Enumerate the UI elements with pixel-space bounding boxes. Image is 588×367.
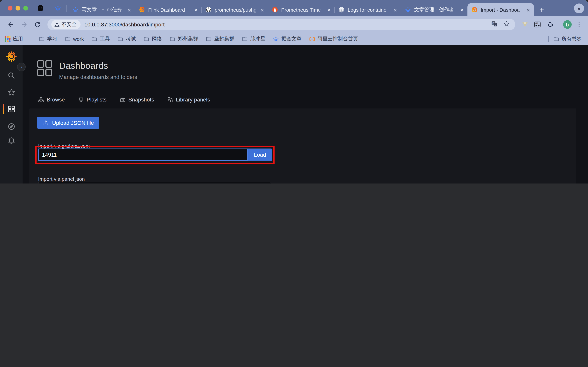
expand-sidebar-button[interactable]: ›	[17, 63, 26, 71]
upload-json-label: Upload JSON file	[52, 120, 94, 126]
bookmark-label: 学习	[47, 35, 57, 42]
address-bar[interactable]: 不安全 10.0.0.87:3000/dashboard/import G文	[47, 19, 515, 30]
minimize-window-button[interactable]	[16, 6, 20, 10]
bookmark-item[interactable]: 圣超集群	[206, 35, 234, 42]
folder-icon	[553, 36, 559, 42]
dashboards-page-icon	[37, 60, 52, 78]
browser-tab[interactable]: 文章管理 - 创作者 ×	[401, 3, 467, 16]
grafana-tabs: Browse Playlists Snapshots Library panel…	[38, 95, 210, 104]
pip-extension-icon[interactable]: PiP	[532, 19, 543, 30]
tab-title: 文章管理 - 创作者	[414, 6, 457, 13]
juejin-icon	[72, 7, 79, 13]
translate-icon[interactable]: G文	[491, 20, 498, 29]
tab-close-icon[interactable]: ×	[259, 7, 266, 13]
tab-close-icon[interactable]: ×	[392, 7, 399, 13]
globe-icon	[338, 7, 344, 13]
browser-tab[interactable]: prometheus/pushg ×	[202, 3, 268, 16]
starred-icon[interactable]	[0, 86, 23, 98]
tab-label: Snapshots	[128, 96, 154, 103]
tab-title: Import - Dashboa	[481, 7, 523, 13]
bookmark-item[interactable]: 郑州集群	[170, 35, 198, 42]
url-text[interactable]: 10.0.0.87:3000/dashboard/import	[84, 21, 491, 28]
bookmark-item[interactable]: 阿里云控制台首页	[309, 35, 358, 42]
bookmark-item[interactable]: 考试	[118, 35, 136, 42]
tab-browse[interactable]: Browse	[38, 96, 65, 103]
new-tab-button[interactable]: +	[536, 4, 547, 15]
folder-icon	[206, 36, 212, 42]
bookmark-item[interactable]: 脉冲星	[242, 35, 265, 42]
bot-pill-icon[interactable]	[37, 4, 44, 12]
all-bookmarks-button[interactable]: 所有书签	[553, 35, 582, 42]
bookmark-item[interactable]: 工具	[92, 35, 110, 42]
bookmark-item[interactable]: 掘金文章	[273, 35, 302, 42]
browser-tab-active[interactable]: Import - Dashboa ×	[467, 3, 534, 16]
tab-snapshots[interactable]: Snapshots	[120, 96, 154, 103]
browser-window: 写文章 - Flink任务 × Flink Dashboard | × prom…	[0, 0, 588, 184]
browser-tab[interactable]: Flink Dashboard | ×	[135, 3, 202, 16]
svg-text:PiP: PiP	[536, 23, 538, 24]
upload-icon	[43, 120, 49, 126]
tab-title: prometheus/pushg	[215, 7, 257, 13]
browser-tab[interactable]: Logs for containe ×	[335, 3, 401, 16]
grafana-main: Dashboards Manage dashboards and folders…	[23, 45, 588, 184]
explore-compass-icon[interactable]	[0, 121, 23, 132]
panel-json-textarea[interactable]	[38, 182, 271, 184]
tab-search-button[interactable]: v	[574, 3, 584, 13]
folder-icon	[118, 36, 124, 42]
upload-json-button[interactable]: Upload JSON file	[37, 117, 99, 129]
camera-icon	[120, 97, 126, 102]
forward-button[interactable]	[19, 19, 30, 30]
bookmark-label: 考试	[126, 35, 136, 42]
tab-title: Flink Dashboard |	[148, 7, 191, 13]
back-button[interactable]	[5, 19, 16, 30]
grafana-logo[interactable]	[0, 50, 23, 63]
window-controls	[0, 0, 34, 16]
zoom-window-button[interactable]	[23, 6, 28, 10]
security-chip[interactable]: 不安全	[51, 20, 81, 29]
grafana-icon	[139, 7, 145, 13]
bookmark-item[interactable]: 应用	[5, 35, 23, 42]
reload-button[interactable]	[32, 19, 43, 30]
tab-close-icon[interactable]: ×	[525, 7, 532, 13]
bookmark-item[interactable]: 学习	[31, 35, 57, 42]
profile-avatar[interactable]: b	[563, 20, 572, 29]
gcom-load-button[interactable]: Load	[248, 149, 272, 161]
close-window-button[interactable]	[8, 6, 12, 10]
tab-close-icon[interactable]: ×	[193, 7, 199, 13]
tab-close-icon[interactable]: ×	[326, 7, 332, 13]
tab-library-panels[interactable]: Library panels	[167, 96, 210, 103]
folder-icon	[65, 36, 71, 42]
grafana-icon	[471, 7, 478, 13]
folder-icon	[170, 36, 176, 42]
tab-close-icon[interactable]: ×	[126, 7, 133, 13]
search-icon[interactable]	[0, 70, 23, 81]
bookmark-item[interactable]: work	[65, 36, 84, 42]
juejin-icon[interactable]	[54, 4, 62, 12]
extensions-puzzle-icon[interactable]	[545, 19, 555, 30]
toolbar-separator	[559, 21, 559, 28]
page-subtitle: Manage dashboards and folders	[59, 74, 137, 80]
juejin-icon	[405, 7, 411, 13]
pinned-tabs	[34, 0, 68, 16]
bookmark-label: 掘金文章	[281, 35, 302, 42]
tab-title: Logs for containe	[348, 7, 390, 13]
tab-separator	[67, 5, 67, 12]
tab-playlists[interactable]: Playlists	[78, 96, 107, 103]
gcom-id-input[interactable]	[38, 149, 248, 161]
github-icon	[205, 7, 211, 13]
bookmark-label: 应用	[13, 35, 23, 42]
bookmark-label: 阿里云控制台首页	[318, 35, 358, 42]
vue-devtools-icon[interactable]	[520, 19, 530, 30]
bookmark-item[interactable]: 网络	[144, 35, 162, 42]
juejin-icon	[273, 36, 279, 42]
browser-tab[interactable]: 写文章 - Flink任务 ×	[68, 3, 135, 16]
browser-tab[interactable]: Prometheus Time ×	[268, 3, 335, 16]
menu-dots-icon[interactable]	[574, 19, 584, 30]
dashboards-icon[interactable]	[0, 103, 23, 115]
tab-title: 写文章 - Flink任务	[82, 6, 125, 13]
tab-close-icon[interactable]: ×	[459, 7, 465, 13]
folder-icon	[39, 36, 45, 42]
svg-text:文: 文	[494, 23, 497, 26]
alerting-bell-icon[interactable]	[0, 134, 23, 146]
bookmark-star-icon[interactable]	[503, 20, 510, 29]
